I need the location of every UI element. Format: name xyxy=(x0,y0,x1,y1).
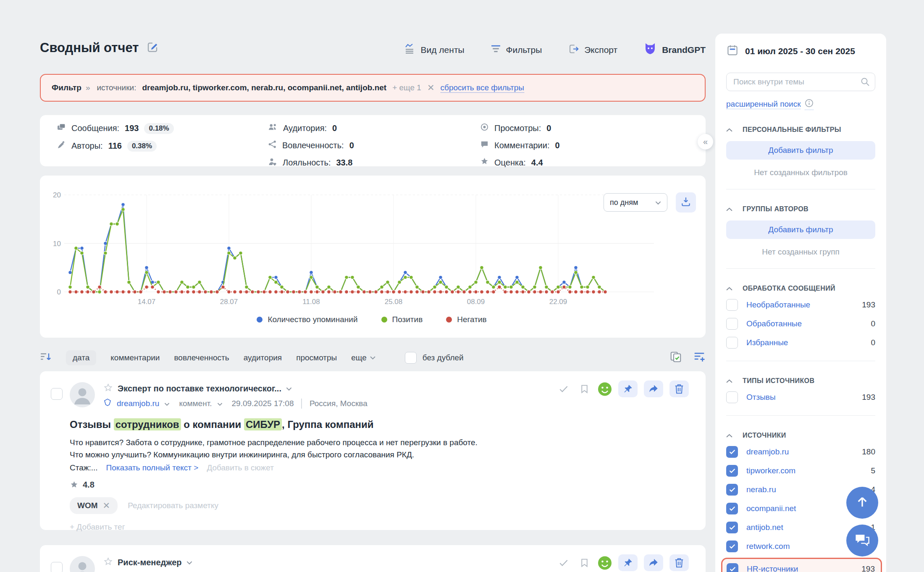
filter-more-badge[interactable]: + еще 1 xyxy=(392,83,421,92)
pin-post-button[interactable] xyxy=(618,380,638,397)
source-row-dreamjob[interactable]: dreamjob.ru 180 xyxy=(726,446,875,458)
filter-row-favorites[interactable]: Избранные 0 xyxy=(726,336,875,349)
legend-mentions[interactable]: Количество упоминаний xyxy=(257,315,357,324)
source-row-hr-sources[interactable]: HR-источники 193 xyxy=(727,563,875,572)
processed-checkbox[interactable] xyxy=(726,318,738,330)
source-checkbox-checked[interactable] xyxy=(726,522,738,533)
reset-all-filters-link[interactable]: сбросить все фильтры xyxy=(441,83,524,93)
topic-search-input[interactable] xyxy=(726,73,875,91)
post-select-checkbox[interactable] xyxy=(51,562,63,572)
add-list-icon[interactable] xyxy=(693,351,706,365)
unprocessed-checkbox[interactable] xyxy=(726,299,738,311)
export-button[interactable]: Экспорт xyxy=(568,43,617,57)
source-checkbox-checked[interactable] xyxy=(726,465,738,477)
show-full-text-link[interactable]: Показать полный текст > xyxy=(106,463,199,472)
chevron-down-icon[interactable] xyxy=(186,559,192,567)
edit-report-icon[interactable] xyxy=(146,41,159,55)
post-source-link[interactable]: dreamjob.ru xyxy=(117,399,159,408)
post-author-name[interactable]: Риск-менеджер xyxy=(118,558,182,567)
sort-by-comments[interactable]: комментарии xyxy=(110,353,160,362)
date-range-picker[interactable]: 01 июл 2025 - 30 сен 2025 xyxy=(726,44,875,58)
sort-by-date-chip[interactable]: дата xyxy=(66,350,96,365)
share-post-button[interactable] xyxy=(644,380,663,397)
add-to-story-link[interactable]: Добавить в сюжет xyxy=(207,463,274,472)
legend-negative[interactable]: Негатив xyxy=(446,315,486,324)
sort-by-engagement[interactable]: вовлеченность xyxy=(174,353,229,362)
sentiment-smiley-icon[interactable] xyxy=(598,556,612,570)
post-author-name[interactable]: Эксперт по поставке технологическог... xyxy=(118,384,281,394)
chevron-down-icon[interactable] xyxy=(286,385,292,393)
sort-icon[interactable] xyxy=(40,352,52,364)
source-checkbox-checked[interactable] xyxy=(726,446,738,458)
chart-period-select[interactable]: по дням xyxy=(604,193,667,212)
brandgpt-button[interactable]: BrandGPT xyxy=(643,42,706,58)
bookmark-icon[interactable] xyxy=(577,556,591,570)
post-type[interactable]: коммент. xyxy=(179,399,212,408)
post-rating: 4.8 xyxy=(70,480,680,490)
bookmark-icon[interactable] xyxy=(577,382,591,396)
section-message-processing[interactable]: ОБРАБОТКА СООБЩЕНИЙ xyxy=(726,285,875,292)
source-checkbox-checked[interactable] xyxy=(726,484,738,496)
stat-engagement: Вовлеченность: 0 xyxy=(268,140,354,151)
stat-messages: Сообщения: 193 0.18% xyxy=(57,123,174,134)
select-all-processed-icon[interactable] xyxy=(669,351,682,365)
reviews-checkbox[interactable] xyxy=(726,391,738,403)
sort-by-views[interactable]: просмотры xyxy=(296,353,337,362)
pin-post-button[interactable] xyxy=(618,554,638,571)
section-sources[interactable]: ИСТОЧНИКИ xyxy=(726,432,875,439)
filter-row-unprocessed[interactable]: Необработанные 193 xyxy=(726,299,875,311)
mark-processed-icon[interactable] xyxy=(556,382,571,396)
favorites-checkbox[interactable] xyxy=(726,337,738,349)
scroll-to-top-button[interactable] xyxy=(846,487,878,519)
arrow-up-icon xyxy=(855,495,869,511)
add-personal-filter-button[interactable]: Добавить фильтр xyxy=(726,141,875,160)
svg-text:14.07: 14.07 xyxy=(138,298,156,306)
source-checkbox-checked[interactable] xyxy=(726,541,738,552)
search-icon[interactable] xyxy=(860,77,870,89)
post-select-checkbox[interactable] xyxy=(51,388,63,400)
sentiment-smiley-icon[interactable] xyxy=(598,382,612,396)
chevron-down-icon[interactable] xyxy=(164,399,170,408)
favorite-star-icon[interactable] xyxy=(103,383,113,394)
support-chat-button[interactable] xyxy=(846,525,878,556)
filter-row-reviews[interactable]: Отзывы 193 xyxy=(726,391,875,404)
svg-text:20: 20 xyxy=(53,191,61,199)
sort-by-audience[interactable]: аудитория xyxy=(244,353,282,362)
personal-filters-empty: Нет созданных фильтров xyxy=(726,168,875,177)
chart-download-button[interactable] xyxy=(676,192,696,213)
edit-markup-link[interactable]: Редактировать разметку xyxy=(128,501,218,510)
advanced-search-link[interactable]: расширенный поиск xyxy=(726,100,801,109)
legend-dot-negative xyxy=(446,317,452,323)
feed-view-icon xyxy=(405,44,416,56)
filter-remove-icon[interactable]: ✕ xyxy=(427,83,435,93)
add-tag-link[interactable]: + Добавить тег xyxy=(70,522,680,532)
chevron-down-icon[interactable] xyxy=(217,399,223,408)
no-duplicates-toggle[interactable]: без дублей xyxy=(405,352,464,364)
filter-row-processed[interactable]: Обработанные 0 xyxy=(726,317,875,330)
mark-processed-icon[interactable] xyxy=(556,556,571,570)
collapse-stats-button[interactable]: « xyxy=(698,134,713,150)
section-personal-filters[interactable]: ПЕРСОНАЛЬНЫЕ ФИЛЬТРЫ xyxy=(726,126,875,134)
add-author-group-button[interactable]: Добавить фильтр xyxy=(726,220,875,239)
filters-button[interactable]: Фильтры xyxy=(491,45,542,55)
authors-percent-badge: 0.38% xyxy=(127,141,157,152)
remove-tag-icon[interactable]: ✕ xyxy=(103,501,110,511)
source-row-tipworker[interactable]: tipworker.com 5 xyxy=(726,464,875,477)
feed-view-button[interactable]: Вид ленты xyxy=(405,44,465,56)
delete-post-button[interactable] xyxy=(669,554,689,571)
sort-more-dropdown[interactable]: еще xyxy=(351,353,375,362)
source-checkbox-checked[interactable] xyxy=(727,563,738,572)
wom-tag-chip[interactable]: WOM ✕ xyxy=(70,497,118,514)
svg-text:25.08: 25.08 xyxy=(385,298,403,306)
source-checkbox-checked[interactable] xyxy=(726,503,738,514)
no-duplicates-checkbox[interactable] xyxy=(405,352,417,364)
section-source-types[interactable]: ТИПЫ ИСТОЧНИКОВ xyxy=(726,377,875,385)
post-title[interactable]: Отзывы сотрудников о компании СИБУР, Гру… xyxy=(70,419,680,430)
top-nav: Вид ленты Фильтры Экспорт BrandGPT xyxy=(374,42,706,58)
legend-positive[interactable]: Позитив xyxy=(381,315,423,324)
favorite-star-icon[interactable] xyxy=(103,557,113,568)
share-post-button[interactable] xyxy=(644,554,663,571)
delete-post-button[interactable] xyxy=(669,380,689,397)
section-author-groups[interactable]: ГРУППЫ АВТОРОВ xyxy=(726,205,875,213)
info-icon[interactable] xyxy=(805,99,814,110)
